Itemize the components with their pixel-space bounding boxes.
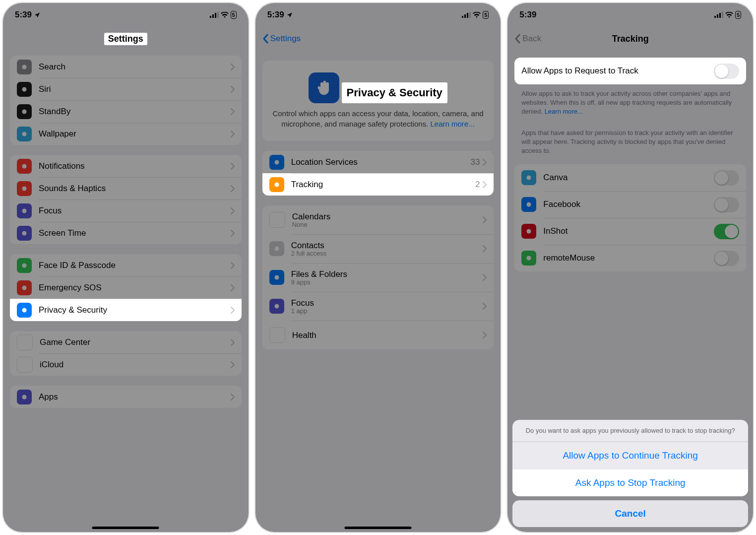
svg-point-14 [22, 308, 27, 312]
app-toggle[interactable] [714, 170, 739, 186]
svg-point-5 [22, 87, 27, 91]
signal-icon [714, 12, 723, 18]
app-toggle[interactable] [714, 224, 739, 239]
chevron-right-icon [231, 361, 235, 368]
row-label: Files & Folders [291, 269, 476, 279]
settings-row[interactable]: Game Center [10, 331, 242, 353]
row-label: iCloud [40, 360, 224, 370]
sos-icon [17, 280, 32, 295]
learn-more-link[interactable]: Learn more... [430, 120, 474, 128]
screen-settings: 5:39 5 Settings Search Siri [2, 2, 250, 533]
privacy-row[interactable]: Files & Folders 9 apps [262, 263, 494, 292]
settings-row[interactable]: Siri [10, 78, 242, 100]
contacts-icon [269, 241, 284, 256]
settings-row[interactable]: Sounds & Haptics [10, 177, 242, 200]
apps-icon [17, 390, 32, 404]
app-toggle[interactable] [714, 197, 739, 212]
svg-point-35 [527, 229, 531, 234]
privacy-row[interactable]: Health [262, 321, 494, 349]
app-label: Canva [543, 173, 707, 183]
sheet-cancel-button[interactable]: Cancel [512, 500, 748, 527]
svg-point-16 [23, 362, 27, 367]
chevron-right-icon [483, 274, 487, 281]
status-bar: 5:39 5 [507, 3, 753, 27]
app-row[interactable]: Canva [514, 164, 746, 191]
privacy-row[interactable]: Location Services 33 [262, 151, 494, 173]
app-icon [521, 224, 536, 239]
row-label: Game Center [40, 337, 224, 347]
svg-point-6 [22, 109, 27, 114]
privacy-row[interactable]: Focus 1 app [262, 292, 494, 321]
page-title: Tracking [612, 34, 649, 44]
svg-point-8 [22, 164, 27, 168]
app-row[interactable]: Facebook [514, 191, 746, 218]
settings-row[interactable]: Face ID & Passcode [10, 254, 242, 276]
battery-icon: 5 [735, 11, 741, 19]
svg-rect-19 [464, 14, 466, 18]
screen-privacy: 5:39 5 Settings Privacy & Security Contr… [254, 2, 502, 533]
row-label: Emergency SOS [39, 283, 224, 293]
settings-row[interactable]: Privacy & Security [10, 299, 242, 321]
location-arrow-icon [287, 12, 293, 18]
svg-point-25 [274, 247, 279, 251]
app-row[interactable]: InShot [514, 218, 746, 245]
row-label: Contacts [291, 241, 476, 251]
hand-icon [309, 72, 339, 103]
svg-point-15 [23, 340, 27, 344]
svg-rect-1 [212, 14, 214, 18]
battery-icon: 5 [231, 11, 237, 19]
settings-row[interactable]: Wallpaper [10, 123, 242, 145]
svg-rect-3 [217, 12, 219, 18]
chevron-left-icon [262, 34, 268, 44]
privacy-row[interactable]: Calendars None [262, 205, 494, 234]
svg-rect-32 [722, 12, 723, 18]
learn-more-link[interactable]: Learn more... [545, 108, 583, 115]
chevron-right-icon [231, 339, 235, 346]
status-time: 5:39 [15, 10, 32, 20]
settings-row[interactable]: Emergency SOS [10, 276, 242, 299]
svg-rect-0 [210, 16, 211, 18]
settings-row[interactable]: StandBy [10, 100, 242, 123]
app-label: Facebook [543, 200, 707, 209]
chevron-right-icon [231, 230, 235, 237]
settings-row[interactable]: Apps [10, 386, 242, 408]
svg-point-36 [527, 256, 531, 261]
sheet-stop-button[interactable]: Ask Apps to Stop Tracking [512, 469, 748, 496]
svg-point-27 [274, 304, 279, 309]
svg-point-12 [22, 263, 27, 268]
allow-tracking-row[interactable]: Allow Apps to Request to Track [514, 58, 746, 84]
chevron-right-icon [231, 394, 235, 401]
settings-row[interactable]: Screen Time [10, 222, 242, 244]
siri-icon [17, 82, 32, 97]
svg-point-28 [275, 333, 279, 337]
app-icon [521, 197, 536, 212]
sheet-continue-button[interactable]: Allow Apps to Continue Tracking [512, 442, 748, 469]
svg-point-13 [22, 285, 27, 290]
settings-row[interactable]: Focus [10, 200, 242, 222]
back-button[interactable]: Back [514, 34, 541, 44]
allow-tracking-toggle[interactable] [714, 64, 739, 79]
hourglass-icon [17, 226, 32, 241]
settings-row[interactable]: Notifications [10, 155, 242, 177]
app-toggle[interactable] [714, 251, 739, 266]
row-label: Privacy & Security [39, 305, 224, 315]
toggle-label: Allow Apps to Request to Track [521, 66, 707, 76]
settings-row[interactable]: iCloud [10, 353, 242, 376]
chevron-right-icon [231, 284, 235, 291]
privacy-subtitle: Control which apps can access your data,… [271, 108, 485, 129]
svg-rect-18 [462, 16, 463, 18]
privacy-row[interactable]: Tracking 2 [262, 173, 494, 196]
app-row[interactable]: remoteMouse [514, 245, 746, 271]
settings-row[interactable]: Search [10, 56, 242, 78]
row-label: Search [39, 62, 224, 72]
privacy-row[interactable]: Contacts 2 full access [262, 234, 494, 263]
svg-point-24 [275, 218, 279, 222]
row-label: Focus [39, 206, 224, 216]
svg-point-11 [22, 231, 27, 235]
svg-point-7 [22, 132, 27, 136]
page-title: Settings [104, 33, 147, 45]
row-sublabel: 2 full access [291, 250, 476, 257]
back-button[interactable]: Settings [262, 34, 301, 44]
home-indicator [345, 527, 412, 529]
svg-point-17 [22, 395, 27, 399]
